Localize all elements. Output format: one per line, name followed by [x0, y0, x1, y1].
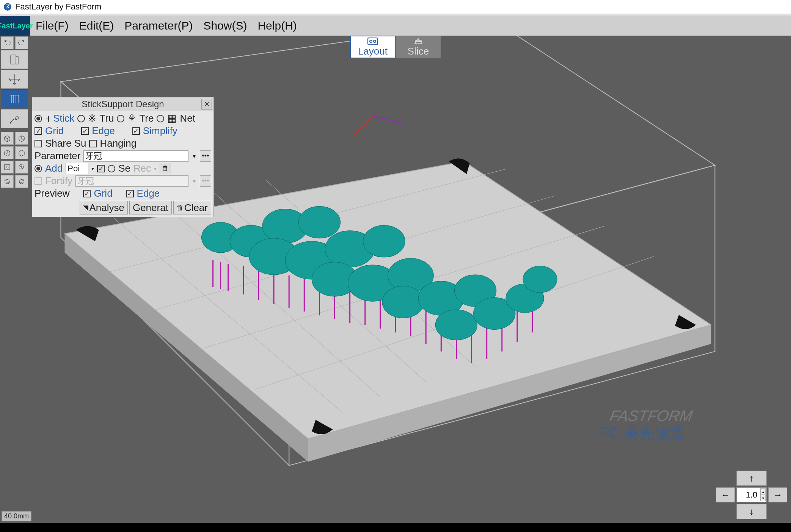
sticksupport-panel: StickSupport Design ✕ ⫞Stick ※Tru ⚘Tre ▦…: [32, 97, 214, 217]
tree-type-icon: ⚘: [127, 113, 136, 124]
rotate-right-icon[interactable]: 90: [15, 175, 28, 188]
check-edge[interactable]: [81, 127, 89, 135]
check-preview-grid[interactable]: [83, 190, 91, 197]
label-edge: Edge: [92, 125, 115, 137]
svg-point-60: [374, 40, 376, 42]
tab-layout[interactable]: Layout: [350, 36, 396, 58]
title-bar: FastLayer by FastForm: [0, 0, 791, 14]
zoom-in-icon[interactable]: [15, 161, 28, 174]
svg-text:90: 90: [20, 182, 23, 184]
workspace: Layout Slice 90 90 StickSupport Design ✕…: [0, 36, 791, 523]
nav-up-button[interactable]: ↑: [736, 471, 767, 486]
supports-button[interactable]: [1, 89, 28, 108]
panel-title: StickSupport Design: [82, 99, 164, 110]
nav-left-button[interactable]: ←: [716, 487, 735, 502]
radio-stick[interactable]: [35, 115, 42, 122]
check-grid[interactable]: [35, 127, 42, 135]
nav-step-input[interactable]: 1.0 ▴▾: [736, 487, 767, 502]
watermark-text: FASTFORM: [609, 407, 694, 424]
menu-file[interactable]: File(F): [30, 19, 74, 32]
cube-br-icon[interactable]: [15, 146, 28, 159]
label-stick: Stick: [53, 113, 74, 124]
svg-point-57: [523, 266, 557, 293]
label-rec: Rec: [133, 163, 151, 174]
analyse-button[interactable]: ◥Analyse: [80, 201, 128, 214]
label-grid: Grid: [45, 125, 64, 137]
nav-down-button[interactable]: ↓: [736, 504, 767, 519]
zoom-fit-icon[interactable]: [1, 161, 14, 174]
menu-bar: FastLayer File(F) Edit(E) Parameter(P) S…: [0, 16, 791, 36]
fortify-more-button: •••: [200, 175, 211, 187]
menu-show[interactable]: Show(S): [198, 19, 252, 32]
svg-point-54: [435, 310, 477, 340]
label-simplify: Simplify: [143, 125, 177, 137]
label-preview-edge: Edge: [137, 188, 160, 199]
parameter-more-button[interactable]: •••: [200, 150, 211, 162]
svg-line-15: [354, 116, 373, 135]
spin-up-icon[interactable]: ▴: [760, 488, 766, 495]
slice-icon: [413, 37, 423, 45]
check-share[interactable]: [35, 140, 42, 147]
watermark-sub: FC 美光速造: [600, 422, 685, 443]
check-simplify[interactable]: [132, 127, 140, 135]
parameter-combo[interactable]: 牙冠: [83, 150, 188, 162]
label-preview: Preview: [35, 188, 69, 199]
label-net: Net: [180, 113, 195, 124]
undo-button[interactable]: [1, 36, 14, 49]
generate-button[interactable]: Generat: [129, 201, 172, 214]
cube-fr-icon[interactable]: [15, 132, 28, 145]
svg-point-43: [298, 206, 340, 238]
radio-select[interactable]: [108, 165, 115, 172]
label-hanging: Hanging: [100, 138, 137, 149]
cube-fl-icon[interactable]: [1, 132, 14, 145]
check-preview-edge[interactable]: [126, 190, 134, 197]
net-type-icon: ▦: [167, 113, 177, 124]
svg-rect-58: [368, 38, 378, 45]
label-share: Share Su: [45, 138, 86, 149]
models-button[interactable]: [1, 50, 28, 69]
stick-type-icon: ⫞: [45, 113, 50, 124]
clear-button[interactable]: 🗑Clear: [173, 201, 211, 214]
menu-edit[interactable]: Edit(E): [74, 19, 119, 32]
svg-line-16: [373, 116, 403, 124]
tab-slice[interactable]: Slice: [396, 36, 441, 58]
panel-title-bar[interactable]: StickSupport Design ✕: [32, 97, 213, 111]
scale-indicator: 40.0mm: [2, 511, 31, 521]
origin-axis-icon: [354, 116, 403, 135]
svg-rect-61: [11, 55, 16, 64]
point-combo[interactable]: Poi: [66, 163, 88, 174]
radio-net[interactable]: [157, 115, 164, 122]
cube-bl-icon[interactable]: [1, 146, 14, 159]
radio-tree[interactable]: [117, 115, 124, 122]
svg-point-51: [382, 286, 424, 318]
radio-trunk[interactable]: [77, 115, 85, 122]
svg-point-47: [363, 225, 405, 257]
check-hanging[interactable]: [89, 140, 97, 147]
label-parameter: Parameter: [35, 150, 80, 162]
panel-close-button[interactable]: ✕: [201, 99, 212, 110]
menu-parameter[interactable]: Parameter(P): [119, 19, 198, 32]
spin-down-icon[interactable]: ▾: [760, 495, 766, 501]
radio-add[interactable]: [35, 165, 42, 172]
svg-point-59: [370, 40, 372, 42]
nav-right-button[interactable]: →: [768, 487, 787, 502]
delete-button[interactable]: 🗑: [160, 163, 171, 174]
window-title: FastLayer by FastForm: [15, 2, 101, 12]
fortify-combo: 牙冠: [75, 175, 188, 187]
rotate-left-icon[interactable]: 90: [1, 175, 14, 188]
footer-bar: [0, 523, 791, 532]
layout-icon: [367, 37, 378, 45]
menu-help[interactable]: Help(H): [252, 19, 302, 32]
check-fortify[interactable]: [35, 177, 42, 185]
check-point-confirm[interactable]: [97, 165, 105, 172]
svg-rect-62: [5, 164, 10, 170]
label-fortify: Fortify: [45, 175, 72, 187]
nav-pad: ↑ ← 1.0 ▴▾ → ↓: [716, 471, 787, 519]
move-button[interactable]: [1, 70, 28, 89]
label-tree: Tre: [139, 113, 154, 124]
redo-button[interactable]: [15, 36, 28, 49]
support-type-row: ⫞Stick ※Tru ⚘Tre ▦Net: [35, 113, 211, 124]
label-trunk: Tru: [99, 113, 114, 124]
tools-button[interactable]: [1, 109, 28, 128]
left-toolbar: 90 90: [0, 36, 30, 189]
